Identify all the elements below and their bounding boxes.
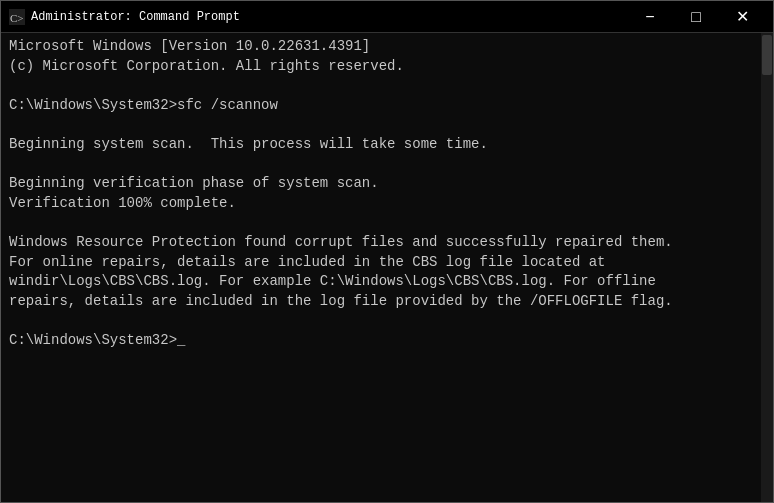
scrollbar[interactable] xyxy=(761,33,773,502)
maximize-button[interactable]: □ xyxy=(673,1,719,33)
scrollbar-thumb[interactable] xyxy=(762,35,772,75)
window-controls: − □ ✕ xyxy=(627,1,765,33)
command-prompt-window: C> Administrator: Command Prompt − □ ✕ M… xyxy=(0,0,774,503)
terminal-body[interactable]: Microsoft Windows [Version 10.0.22631.43… xyxy=(1,33,773,502)
minimize-button[interactable]: − xyxy=(627,1,673,33)
terminal-output: Microsoft Windows [Version 10.0.22631.43… xyxy=(9,37,765,351)
window-title: Administrator: Command Prompt xyxy=(31,10,627,24)
cmd-icon: C> xyxy=(9,9,25,25)
close-button[interactable]: ✕ xyxy=(719,1,765,33)
title-bar: C> Administrator: Command Prompt − □ ✕ xyxy=(1,1,773,33)
svg-text:C>: C> xyxy=(10,12,24,24)
